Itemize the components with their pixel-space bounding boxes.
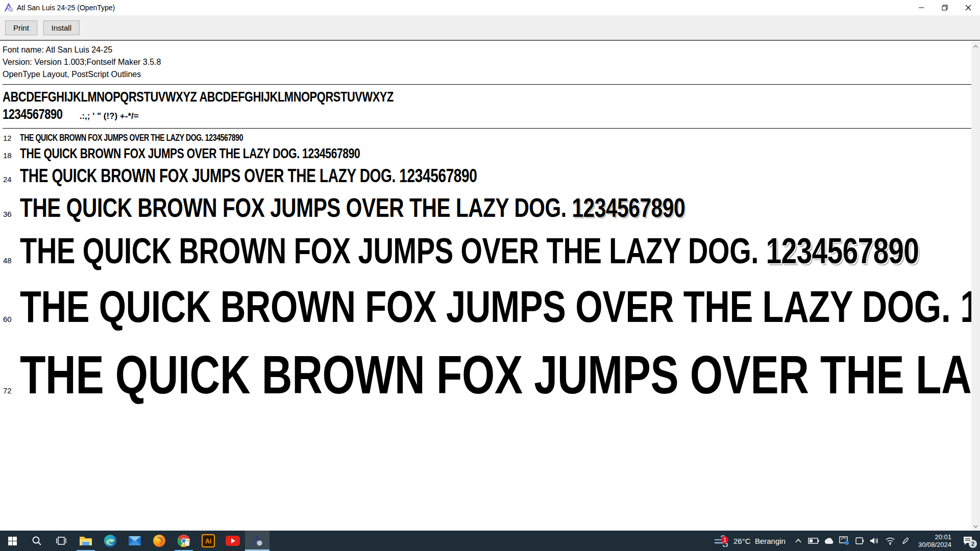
taskbar-app-edge[interactable]	[98, 531, 122, 551]
divider	[3, 84, 971, 85]
size-label: 36	[3, 210, 20, 218]
chevron-up-icon	[973, 45, 978, 48]
taskbar-tray: 1 26°C Berangin	[710, 531, 980, 551]
font-version-line: Version: Version 1.003;Fontself Maker 3.…	[3, 56, 971, 68]
notification-count-badge: 2	[969, 540, 977, 548]
chevron-down-icon	[973, 525, 978, 528]
clock-time: 20:01	[918, 533, 951, 541]
pangram-text: THE QUICK BROWN FOX JUMPS OVER THE LAZY …	[20, 231, 758, 271]
youtube-icon	[226, 536, 240, 546]
size-label: 12	[3, 134, 20, 142]
pen-icon	[901, 537, 910, 545]
font-viewer-window-icon	[4, 3, 13, 12]
digits-text: 1234567890	[399, 165, 477, 186]
taskbar-app-font-viewer[interactable]	[245, 531, 270, 551]
sample-row-60: 60 THE QUICK BROWN FOX JUMPS OVER THE LA…	[3, 279, 971, 335]
taskbar-app-firefox[interactable]	[147, 531, 172, 551]
font-name-line: Font name: Atl San Luis 24-25	[3, 44, 971, 56]
task-view-button[interactable]	[49, 531, 74, 551]
size-label: 24	[3, 175, 20, 184]
sample-row-72: 72 THE QUICK BROWN FOX JUMPS OVER THE LA…	[3, 341, 971, 408]
digits-text: 1234567890	[205, 133, 243, 143]
alphabet-sample: ABCDEFGHIJKLMNOPQRSTUVWXYZ ABCDEFGHIJKLM…	[3, 88, 971, 106]
search-icon	[32, 536, 42, 546]
chrome-icon	[177, 534, 190, 547]
scroll-down-button[interactable]	[971, 522, 980, 531]
clock-date: 30/08/2024	[918, 541, 951, 548]
svg-text:Ai: Ai	[205, 538, 211, 545]
sample-row-36: 36 THE QUICK BROWN FOX JUMPS OVER THE LA…	[3, 191, 971, 224]
print-button[interactable]: Print	[5, 20, 37, 35]
chevron-up-icon	[795, 539, 801, 543]
search-button[interactable]	[24, 531, 49, 551]
window-title: Atl San Luis 24-25 (OpenType)	[17, 4, 115, 12]
title-bar: Atl San Luis 24-25 (OpenType)	[0, 0, 980, 15]
minimize-button[interactable]	[910, 0, 933, 15]
size-label: 18	[3, 151, 20, 160]
punctuation-sample: .:,; ' " (!?) +-*/=	[80, 108, 139, 124]
tray-device[interactable]	[853, 531, 866, 551]
toolbar: Print Install	[0, 15, 980, 41]
font-type-line: OpenType Layout, PostScript Outlines	[3, 68, 971, 81]
windows-start-icon	[8, 537, 17, 545]
firefox-icon	[153, 534, 166, 547]
size-label: 48	[3, 256, 20, 265]
sample-row-18: 18 THE QUICK BROWN FOX JUMPS OVER THE LA…	[3, 145, 971, 162]
tray-sync-display[interactable]	[838, 531, 851, 551]
font-preview-content: Font name: Atl San Luis 24-25 Version: V…	[0, 41, 971, 530]
start-button[interactable]	[0, 531, 24, 551]
close-icon	[965, 5, 971, 11]
digits-text: 1234567890	[766, 231, 919, 271]
task-view-icon	[56, 536, 66, 545]
sample-row-24: 24 THE QUICK BROWN FOX JUMPS OVER THE LA…	[3, 164, 971, 188]
digits-text: 1234567890	[572, 193, 685, 222]
edge-icon	[104, 534, 117, 547]
cloud-icon	[823, 537, 835, 544]
tray-pen[interactable]	[899, 531, 912, 551]
tray-volume[interactable]	[868, 531, 881, 551]
action-center-button[interactable]: 2	[958, 531, 978, 551]
numerals-sample: 1234567890.:,; ' " (!?) +-*/=	[3, 106, 971, 124]
wifi-icon	[885, 537, 895, 545]
taskbar: Ai 1 26°C Berangin	[0, 531, 980, 551]
close-button[interactable]	[957, 0, 980, 15]
mail-icon	[128, 535, 141, 546]
weather-widget[interactable]: 1 26°C Berangin	[710, 535, 790, 547]
install-button[interactable]: Install	[43, 20, 80, 35]
size-label: 60	[3, 315, 20, 323]
pangram-text: THE QUICK BROWN FOX JUMPS OVER THE LAZY …	[20, 193, 567, 222]
sample-row-12: 12 THE QUICK BROWN FOX JUMPS OVER THE LA…	[3, 132, 971, 144]
pangram-text: THE QUICK BROWN FOX JUMPS OVER THE LAZY …	[20, 133, 203, 143]
tray-show-hidden-icons[interactable]	[792, 531, 805, 551]
weather-temp: 26°C	[733, 537, 751, 545]
vertical-scrollbar[interactable]	[971, 42, 980, 531]
minimize-icon	[918, 5, 924, 11]
display-sync-icon	[839, 536, 849, 545]
size-label: 72	[3, 386, 20, 395]
digits-text: 1234567890	[302, 146, 360, 161]
battery-icon	[808, 538, 819, 544]
weather-alert-badge: 1	[721, 536, 728, 543]
tablet-icon	[855, 537, 864, 545]
pangram-text: THE QUICK BROWN FOX JUMPS OVER THE LAZY …	[20, 146, 300, 161]
taskbar-clock[interactable]: 20:01 30/08/2024	[914, 533, 955, 548]
tray-onedrive[interactable]	[822, 531, 836, 551]
taskbar-app-chrome[interactable]	[172, 531, 196, 551]
sample-row-48: 48 THE QUICK BROWN FOX JUMPS OVER THE LA…	[3, 229, 971, 273]
taskbar-app-youtube[interactable]	[220, 531, 245, 551]
pangram-text: THE QUICK BROWN FOX JUMPS OVER THE LAZY …	[20, 344, 971, 405]
tray-battery[interactable]	[807, 531, 820, 551]
restore-icon	[942, 5, 948, 11]
file-explorer-icon	[79, 535, 92, 546]
digits-text: 1234567890	[960, 281, 971, 332]
weather-condition: Berangin	[755, 537, 786, 545]
taskbar-app-illustrator[interactable]: Ai	[196, 531, 220, 551]
restore-button[interactable]	[933, 0, 957, 15]
taskbar-app-mail[interactable]	[122, 531, 147, 551]
tray-wifi[interactable]	[884, 531, 897, 551]
taskbar-app-file-explorer[interactable]	[74, 531, 98, 551]
illustrator-icon: Ai	[202, 534, 215, 547]
font-viewer-icon	[251, 535, 263, 547]
pangram-text: THE QUICK BROWN FOX JUMPS OVER THE LAZY …	[20, 281, 951, 332]
scroll-up-button[interactable]	[971, 42, 980, 51]
